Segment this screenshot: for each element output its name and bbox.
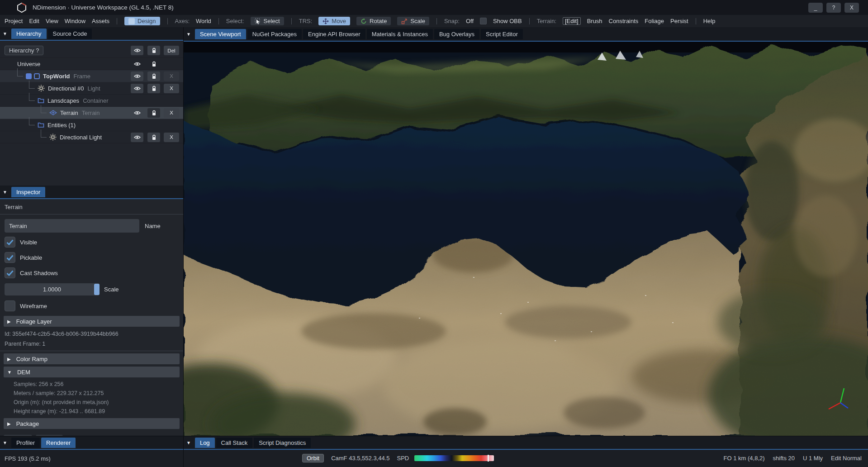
menu-project[interactable]: Project: [5, 18, 23, 24]
tab-materials-instances[interactable]: Materials & Instances: [367, 29, 433, 39]
package-section[interactable]: ▶ Package: [4, 418, 180, 429]
tab-engine-api-browser[interactable]: Engine API Browser: [303, 29, 365, 39]
lock-toggle-button[interactable]: [147, 71, 160, 81]
color-ramp-section[interactable]: ▶ Color Ramp: [4, 353, 180, 364]
tab-hierarchy[interactable]: Hierarchy: [11, 29, 47, 39]
show-obb-checkbox[interactable]: [480, 18, 487, 24]
scale-input[interactable]: 1.0000: [5, 283, 100, 295]
tree-node-entities[interactable]: Entities (1): [0, 119, 183, 131]
speed-marker: [488, 455, 489, 462]
hierarchy-tabstrip: ▼ Hierarchy Source Code: [0, 27, 183, 41]
lock-icon: [152, 73, 157, 79]
lock-toggle-button[interactable]: [147, 108, 160, 118]
visibility-toggle-button[interactable]: [131, 71, 143, 81]
select-tool-button[interactable]: Select: [251, 17, 284, 25]
tree-node-universe[interactable]: Universe: [0, 58, 183, 70]
tab-inspector[interactable]: Inspector: [11, 187, 45, 197]
visibility-toggle-button[interactable]: [131, 59, 143, 69]
tree-node-directional-light[interactable]: Directional Light X: [0, 131, 183, 143]
design-mode-button[interactable]: Design: [124, 17, 160, 25]
tree-node-lansdcapes[interactable]: Lansdcapes Container: [0, 95, 183, 107]
collapse-panel-icon[interactable]: ▼: [3, 31, 7, 36]
collapse-panel-icon[interactable]: ▼: [186, 440, 191, 445]
frame-filled-icon: [26, 73, 32, 79]
remove-node-button[interactable]: X: [164, 71, 179, 81]
menu-constraints[interactable]: Constraints: [609, 18, 639, 24]
visibility-toggle-button[interactable]: [131, 133, 143, 142]
rotate-tool-button[interactable]: Rotate: [356, 17, 391, 25]
cast-shadows-label: Cast Shadows: [20, 270, 58, 276]
sun-icon: [49, 133, 57, 141]
orbit-mode-chip[interactable]: Orbit: [302, 454, 324, 462]
menu-help[interactable]: Help: [703, 18, 716, 24]
tab-profiler[interactable]: Profiler: [11, 438, 40, 448]
tab-script-diagnostics[interactable]: Script Diagnostics: [254, 438, 311, 448]
move-icon: [323, 18, 329, 24]
foliage-layer-section[interactable]: ▶ Foliage Layer: [4, 316, 180, 327]
lock-toggle-button[interactable]: [147, 59, 160, 69]
scene-3d-view[interactable]: [184, 42, 868, 436]
menu-foliage[interactable]: Foliage: [645, 18, 664, 24]
visible-checkbox[interactable]: [5, 237, 15, 248]
lock-toggle-button[interactable]: [147, 84, 160, 93]
tab-call-stack[interactable]: Call Stack: [216, 438, 253, 448]
axes-value[interactable]: World: [196, 18, 211, 24]
dem-origin: Origin (m): (not provided in meta.json): [0, 398, 183, 407]
visibility-toggle-button[interactable]: [131, 84, 143, 93]
menu-edit[interactable]: Edit: [29, 18, 39, 24]
collapse-panel-icon[interactable]: ▼: [3, 440, 7, 445]
remove-node-button[interactable]: X: [164, 84, 179, 93]
scale-tool-label: Scale: [410, 18, 425, 24]
eye-icon: [134, 74, 141, 79]
close-button[interactable]: X: [844, 3, 859, 13]
pickable-checkbox[interactable]: [5, 252, 15, 263]
terrain-edit-button[interactable]: [Edit]: [563, 17, 581, 25]
scale-tool-button[interactable]: Scale: [397, 17, 429, 25]
tab-renderer[interactable]: Renderer: [41, 438, 76, 448]
tree-connector: [29, 81, 35, 89]
visibility-toggle-button[interactable]: [131, 108, 143, 118]
tab-bug-overlays[interactable]: Bug Overlays: [434, 29, 479, 39]
dem-section[interactable]: ▼ DEM: [4, 367, 180, 377]
cast-shadows-checkbox[interactable]: [5, 267, 15, 278]
sun-icon: [38, 85, 45, 92]
lock-toggle-button[interactable]: [147, 46, 160, 55]
minimize-button[interactable]: _: [808, 3, 823, 13]
hierarchy-filter-chip[interactable]: Hierarchy ?: [5, 46, 43, 55]
menu-window[interactable]: Window: [65, 18, 85, 24]
tree-connector: [41, 105, 47, 113]
scale-value: 1.0000: [43, 286, 61, 293]
remove-node-button[interactable]: X: [164, 108, 179, 118]
eye-icon: [134, 62, 141, 67]
remove-node-button[interactable]: X: [164, 133, 179, 142]
tree-node-directional-0[interactable]: Directional #0 Light X: [0, 82, 183, 95]
tab-log[interactable]: Log: [195, 438, 215, 448]
name-input[interactable]: Terrain: [5, 219, 139, 233]
scale-drag-handle[interactable]: [94, 284, 100, 295]
tree-connector: [29, 117, 35, 125]
tab-script-editor[interactable]: Script Editor: [481, 29, 523, 39]
delete-button[interactable]: Del: [164, 46, 179, 55]
tree-node-topworld[interactable]: TopWorld Frame X: [0, 70, 183, 82]
move-tool-button[interactable]: Move: [318, 17, 350, 25]
tab-nuget-packages[interactable]: NuGet Packages: [247, 29, 302, 39]
menu-view[interactable]: View: [46, 18, 58, 24]
node-type: Light: [88, 85, 100, 92]
tree-node-terrain[interactable]: Terrain Terrain X: [0, 107, 183, 119]
help-button[interactable]: ?: [826, 3, 841, 13]
collapse-panel-icon[interactable]: ▼: [186, 32, 191, 37]
menu-brush[interactable]: Brush: [587, 18, 602, 24]
speed-gradient-slider[interactable]: [414, 455, 494, 461]
collapse-panel-icon[interactable]: ▼: [3, 190, 7, 195]
node-label: Terrain: [60, 110, 78, 116]
tab-scene-viewport[interactable]: Scene Viewport: [195, 29, 246, 39]
lock-toggle-button[interactable]: [147, 133, 160, 142]
tab-source-code[interactable]: Source Code: [48, 29, 92, 39]
menu-persist[interactable]: Persist: [670, 18, 688, 24]
separator: [218, 18, 219, 24]
visibility-toggle-button[interactable]: [131, 46, 143, 55]
separator: [696, 18, 696, 24]
menu-assets[interactable]: Assets: [92, 18, 109, 24]
wireframe-checkbox[interactable]: [5, 300, 15, 311]
snap-value[interactable]: Off: [466, 18, 474, 24]
